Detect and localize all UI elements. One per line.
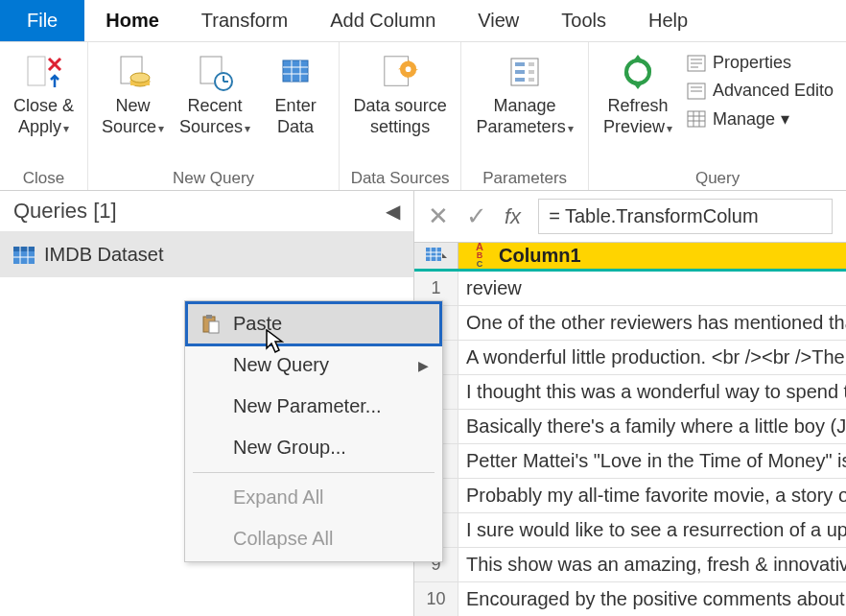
recent-sources-icon [196,52,234,92]
ctx-new-group[interactable]: New Group... [187,427,440,468]
recent-sources-label: Recent Sources▾ [179,96,250,137]
table-row[interactable]: 4I thought this was a wonderful way to s… [414,375,846,410]
grid-header-row: ABC Column1 [414,243,846,272]
enter-data-label: Enter Data [275,96,317,137]
apply-formula-icon[interactable]: ✓ [466,201,487,231]
advanced-editor-label: Advanced Edito [713,80,834,102]
table-row[interactable]: 1review [414,272,846,306]
refresh-preview-label: Refresh Preview▾ [603,96,672,137]
main-area: Queries [1] ◀ IMDB Dataset Paste New Que… [0,191,846,616]
ctx-expand-all: Expand All [187,477,440,518]
refresh-preview-button[interactable]: Refresh Preview▾ [598,48,678,141]
properties-button[interactable]: Properties [686,52,834,74]
table-row[interactable]: 3A wonderful little production. <br /><b… [414,341,846,375]
context-menu: Paste New Query ▶ New Parameter... New G… [184,300,443,562]
svg-rect-39 [13,247,35,251]
manage-parameters-button[interactable]: Manage Parameters▾ [469,48,580,141]
ribbon: Close & Apply▾ Close New Source▾ [0,42,846,191]
ctx-separator [193,472,435,473]
ribbon-group-parameters: Manage Parameters▾ Parameters [461,42,589,190]
svg-rect-22 [515,78,525,82]
cell[interactable]: Probably my all-time favorite movie, a s… [458,479,846,512]
close-apply-icon [25,52,63,92]
new-source-button[interactable]: New Source▾ [96,48,170,141]
new-source-label: New Source▾ [102,96,164,137]
ctx-paste-label: Paste [233,313,282,335]
table-row[interactable]: 5Basically there's a family where a litt… [414,410,846,444]
cancel-formula-icon[interactable]: ✕ [428,201,449,231]
cell[interactable]: review [458,272,846,305]
table-row[interactable]: 2One of the other reviewers has mentione… [414,306,846,341]
svg-rect-45 [209,321,219,333]
table-menu-icon[interactable] [414,243,458,269]
cell[interactable]: This show was an amazing, fresh & innova… [458,548,846,581]
table-row[interactable]: 6Petter Mattei's "Love in the Time of Mo… [414,444,846,479]
ctx-new-query[interactable]: New Query ▶ [187,344,440,386]
ctx-new-parameter[interactable]: New Parameter... [187,386,440,427]
formula-input[interactable]: = Table.TransformColum [538,199,833,234]
collapse-panel-icon[interactable]: ◀ [386,200,400,223]
data-source-settings-label: Data source settings [354,96,447,137]
menu-home[interactable]: Home [84,0,180,41]
table-row[interactable]: 7Probably my all-time favorite movie, a … [414,479,846,513]
table-row[interactable]: 8I sure would like to see a resurrection… [414,513,846,548]
column-type-icon[interactable]: ABC [466,243,493,269]
manage-icon [686,109,707,129]
cell[interactable]: Encouraged by the positive comments abou… [458,582,846,616]
data-area: ✕ ✓ fx = Table.TransformColum ABC Column… [414,191,846,616]
ctx-collapse-all-label: Collapse All [233,528,334,550]
ribbon-group-label-query: Query [695,167,740,188]
enter-data-button[interactable]: Enter Data [260,48,331,141]
cell[interactable]: Petter Mattei's "Love in the Time of Mon… [458,444,846,478]
table-icon [13,247,35,264]
properties-label: Properties [713,52,791,74]
cell[interactable]: I sure would like to see a resurrection … [458,513,846,547]
svg-rect-44 [206,315,212,319]
data-source-settings-icon [381,52,419,92]
manage-label: Manage [713,108,775,130]
svg-rect-46 [426,248,441,261]
new-source-icon [114,52,153,92]
fx-icon[interactable]: fx [505,204,521,229]
ctx-new-group-label: New Group... [233,437,346,459]
data-source-settings-button[interactable]: Data source settings [347,48,453,141]
column-name: Column1 [499,245,581,267]
properties-icon [686,54,707,73]
advanced-editor-button[interactable]: Advanced Edito [686,80,834,102]
column-header[interactable]: ABC Column1 [458,243,846,269]
ctx-collapse-all: Collapse All [187,518,440,559]
manage-button[interactable]: Manage▾ [686,108,834,130]
menu-tools[interactable]: Tools [540,0,627,41]
ribbon-group-close: Close & Apply▾ Close [0,42,88,190]
svg-point-18 [406,66,411,72]
table-row[interactable]: 10Encouraged by the positive comments ab… [414,582,846,616]
ribbon-group-new-query: New Source▾ Recent Sources▾ [88,42,340,190]
refresh-icon [619,52,657,92]
svg-point-6 [130,73,150,83]
menu-transform[interactable]: Transform [180,0,309,41]
cell[interactable]: Basically there's a family where a littl… [458,410,846,443]
svg-rect-0 [28,57,45,85]
close-apply-button[interactable]: Close & Apply▾ [8,48,80,141]
queries-header[interactable]: Queries [1] ◀ [0,191,413,232]
close-apply-label: Close & Apply▾ [13,96,74,137]
cell[interactable]: I thought this was a wonderful way to sp… [458,375,846,409]
ctx-paste[interactable]: Paste [187,303,440,344]
cell[interactable]: One of the other reviewers has mentioned… [458,306,846,340]
ctx-new-parameter-label: New Parameter... [233,395,382,417]
recent-sources-button[interactable]: Recent Sources▾ [174,48,256,141]
formula-bar: ✕ ✓ fx = Table.TransformColum [414,191,846,243]
table-row[interactable]: 9This show was an amazing, fresh & innov… [414,548,846,582]
cell[interactable]: A wonderful little production. <br /><br… [458,341,846,374]
paste-icon [200,315,222,334]
query-item[interactable]: IMDB Dataset [0,232,413,277]
menu-view[interactable]: View [457,0,540,41]
svg-rect-23 [529,62,534,66]
menu-add-column[interactable]: Add Column [309,0,457,41]
menu-file[interactable]: File [0,0,84,41]
ribbon-group-label-new-query: New Query [173,167,254,188]
menu-help[interactable]: Help [627,0,709,41]
svg-rect-25 [529,78,534,82]
ribbon-group-label-parameters: Parameters [482,167,567,188]
manage-parameters-icon [505,52,544,92]
